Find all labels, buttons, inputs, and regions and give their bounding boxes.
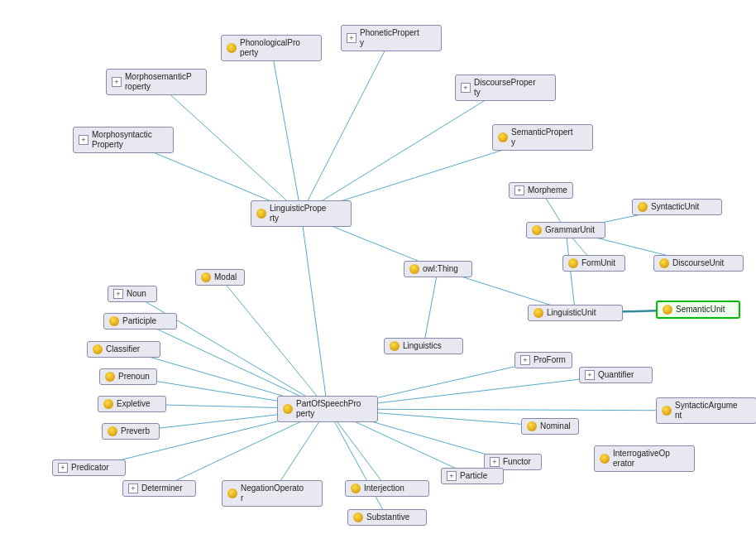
node-label: FormUnit [581, 258, 615, 268]
node-label: Linguistics [403, 341, 442, 351]
node-quantifier[interactable]: +Quantifier [579, 367, 653, 383]
node-predicator[interactable]: +Predicator [52, 459, 126, 476]
node-expletive[interactable]: Expletive [98, 396, 166, 412]
node-label: PhoneticProperty [360, 28, 419, 48]
node-linguisticUnit[interactable]: LinguisticUnit [528, 305, 623, 321]
svg-line-17 [220, 277, 328, 409]
node-dot-icon [351, 483, 361, 493]
node-determiner[interactable]: +Determiner [122, 480, 196, 497]
expand-icon[interactable]: + [490, 457, 500, 467]
node-dot-icon [283, 404, 293, 414]
node-dot-icon [353, 512, 363, 522]
expand-icon[interactable]: + [520, 355, 530, 365]
node-modal[interactable]: Modal [195, 269, 245, 286]
node-dot-icon [227, 488, 237, 498]
node-phonologicalProp[interactable]: PhonologicalProperty [221, 35, 322, 61]
expand-icon[interactable]: + [58, 463, 68, 473]
node-grammarUnit[interactable]: GrammarUnit [526, 222, 605, 238]
node-syntacticUnit[interactable]: SyntacticUnit [632, 199, 722, 215]
node-dot-icon [498, 132, 508, 142]
node-dot-icon [527, 421, 537, 431]
node-dot-icon [663, 305, 672, 315]
node-negationOp[interactable]: NegationOperator [222, 480, 323, 507]
node-label: LinguisticProperty [270, 204, 326, 224]
node-label: Determiner [141, 483, 182, 493]
expand-icon[interactable]: + [347, 33, 356, 43]
node-formUnit[interactable]: FormUnit [562, 255, 625, 272]
node-discourseProp[interactable]: +DiscourseProperty [455, 75, 556, 101]
node-dot-icon [201, 272, 211, 282]
node-label: Substantive [366, 512, 409, 522]
svg-line-1 [301, 38, 391, 214]
node-classifier[interactable]: Classifier [87, 341, 160, 358]
node-morphosemanticProp[interactable]: +MorphosemanticProperty [106, 69, 207, 95]
node-linguisticProp[interactable]: LinguisticProperty [251, 200, 352, 227]
svg-line-33 [328, 409, 387, 517]
node-particle[interactable]: +Particle [441, 468, 504, 484]
node-label: DiscourseProperty [474, 78, 535, 98]
node-label: Classifier [106, 344, 140, 354]
node-semanticUnit[interactable]: SemanticUnit [656, 301, 740, 319]
node-morpheme[interactable]: +Morpheme [509, 182, 573, 199]
node-label: InterrogativeOperator [613, 449, 670, 469]
expand-icon[interactable]: + [113, 289, 123, 299]
node-dot-icon [105, 372, 115, 382]
node-label: Modal [214, 272, 237, 282]
node-syntacticArgument[interactable]: SyntacticArgument [656, 397, 756, 424]
node-participle[interactable]: Participle [103, 313, 177, 330]
node-label: NegationOperator [241, 483, 304, 503]
node-dot-icon [108, 426, 117, 436]
ontology-canvas[interactable]: PhonologicalProperty+PhoneticProperty+Mo… [0, 0, 756, 534]
node-label: Particle [460, 471, 487, 481]
node-phoneticProp[interactable]: +PhoneticProperty [341, 25, 442, 51]
node-substantive[interactable]: Substantive [347, 509, 427, 526]
node-dot-icon [532, 225, 542, 235]
expand-icon[interactable]: + [128, 483, 138, 493]
node-label: SemanticProperty [511, 127, 572, 147]
node-proForm[interactable]: +ProForm [514, 352, 572, 368]
node-label: Prenoun [118, 372, 150, 382]
node-interrogativeOp[interactable]: InterrogativeOperator [594, 445, 695, 472]
expand-icon[interactable]: + [112, 77, 122, 87]
node-semanticProp[interactable]: SemanticProperty [492, 124, 593, 151]
svg-line-0 [271, 48, 301, 214]
node-label: Morpheme [528, 185, 567, 195]
node-dot-icon [534, 308, 543, 318]
node-label: Participle [122, 316, 156, 326]
node-label: MorphosyntacticProperty [92, 130, 152, 150]
node-dot-icon [103, 399, 113, 409]
svg-line-14 [566, 230, 576, 313]
node-owlThing[interactable]: owl:Thing [404, 261, 472, 277]
node-label: Noun [127, 289, 146, 299]
node-label: PartOfSpeechProperty [296, 399, 361, 419]
node-interjection[interactable]: Interjection [345, 480, 429, 497]
node-label: Functor [503, 457, 531, 467]
node-label: Predicator [71, 463, 109, 473]
svg-line-9 [423, 269, 438, 346]
node-dot-icon [109, 316, 119, 326]
node-noun[interactable]: +Noun [108, 286, 157, 302]
node-label: owl:Thing [423, 264, 458, 274]
expand-icon[interactable]: + [585, 370, 595, 380]
expand-icon[interactable]: + [461, 83, 471, 93]
node-nominal[interactable]: Nominal [521, 418, 579, 435]
node-dot-icon [256, 209, 266, 219]
node-prenoun[interactable]: Prenoun [99, 368, 157, 385]
node-discourseUnit[interactable]: DiscourseUnit [653, 255, 744, 272]
node-dot-icon [227, 43, 237, 53]
node-dot-icon [390, 341, 400, 351]
node-dot-icon [662, 406, 672, 416]
expand-icon[interactable]: + [514, 185, 524, 195]
node-dot-icon [659, 258, 669, 268]
node-dot-icon [409, 264, 419, 274]
expand-icon[interactable]: + [447, 471, 457, 481]
node-label: Quantifier [598, 370, 634, 380]
node-label: SyntacticUnit [651, 202, 699, 212]
expand-icon[interactable]: + [79, 135, 89, 145]
node-label: Preverb [121, 426, 150, 436]
node-label: Interjection [364, 483, 404, 493]
node-partOfSpeechProp[interactable]: PartOfSpeechProperty [277, 396, 378, 422]
node-morphosyntacticProp[interactable]: +MorphosyntacticProperty [73, 127, 174, 153]
node-preverb[interactable]: Preverb [102, 423, 160, 440]
node-linguistics[interactable]: Linguistics [384, 338, 463, 354]
